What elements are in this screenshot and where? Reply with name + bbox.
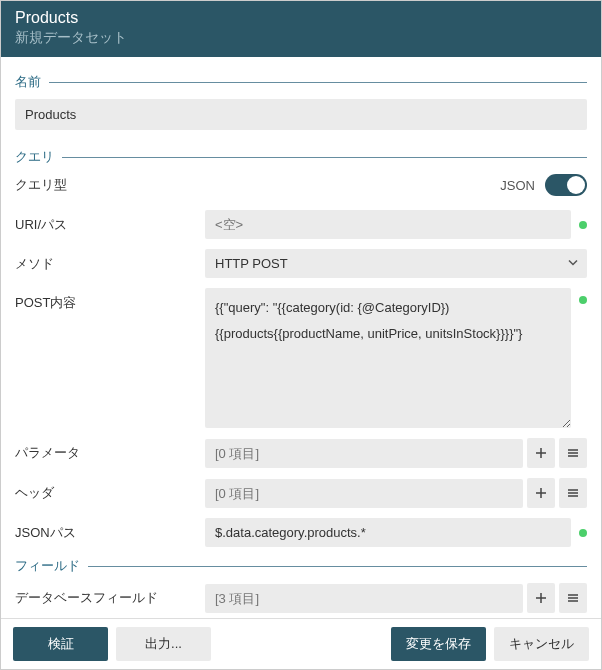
query-type-value: JSON — [500, 178, 535, 193]
status-dot-icon — [579, 296, 587, 304]
dialog-subtitle: 新規データセット — [15, 29, 587, 47]
status-dot-icon — [579, 221, 587, 229]
section-name-label: 名前 — [15, 73, 41, 91]
headers-menu-button[interactable] — [559, 478, 587, 508]
json-path-label: JSONパス — [15, 518, 205, 542]
uri-path-input[interactable] — [205, 210, 571, 239]
cancel-button[interactable]: キャンセル — [494, 627, 589, 661]
db-fields-input[interactable] — [205, 584, 523, 613]
headers-input[interactable] — [205, 479, 523, 508]
parameters-add-button[interactable] — [527, 438, 555, 468]
query-type-toggle[interactable] — [545, 174, 587, 196]
section-query-label: クエリ — [15, 148, 54, 166]
db-fields-label: データベースフィールド — [15, 583, 205, 607]
headers-add-button[interactable] — [527, 478, 555, 508]
parameters-menu-button[interactable] — [559, 438, 587, 468]
dialog-title: Products — [15, 9, 587, 27]
validate-button[interactable]: 検証 — [13, 627, 108, 661]
name-input[interactable] — [15, 99, 587, 130]
section-fields: フィールド — [15, 557, 587, 575]
method-select[interactable]: HTTP POST — [205, 249, 587, 278]
save-button[interactable]: 変更を保存 — [391, 627, 486, 661]
db-fields-menu-button[interactable] — [559, 583, 587, 613]
status-dot-icon — [579, 529, 587, 537]
post-content-label: POST内容 — [15, 288, 205, 312]
uri-path-label: URI/パス — [15, 210, 205, 234]
output-button[interactable]: 出力... — [116, 627, 211, 661]
db-fields-add-button[interactable] — [527, 583, 555, 613]
section-query: クエリ — [15, 148, 587, 166]
section-name: 名前 — [15, 73, 587, 91]
parameters-label: パラメータ — [15, 438, 205, 462]
post-content-textarea[interactable]: {{"query": "{{category(id: {@CategoryID}… — [205, 288, 571, 428]
dialog-footer: 検証 出力... 変更を保存 キャンセル — [1, 618, 601, 669]
section-fields-label: フィールド — [15, 557, 80, 575]
method-label: メソド — [15, 249, 205, 273]
query-type-label: クエリ型 — [15, 176, 67, 194]
headers-label: ヘッダ — [15, 478, 205, 502]
parameters-input[interactable] — [205, 439, 523, 468]
json-path-input[interactable] — [205, 518, 571, 547]
dialog-header: Products 新規データセット — [1, 1, 601, 57]
dialog-content: 名前 クエリ クエリ型 JSON URI/パス メソド HTTP POST — [1, 57, 601, 618]
